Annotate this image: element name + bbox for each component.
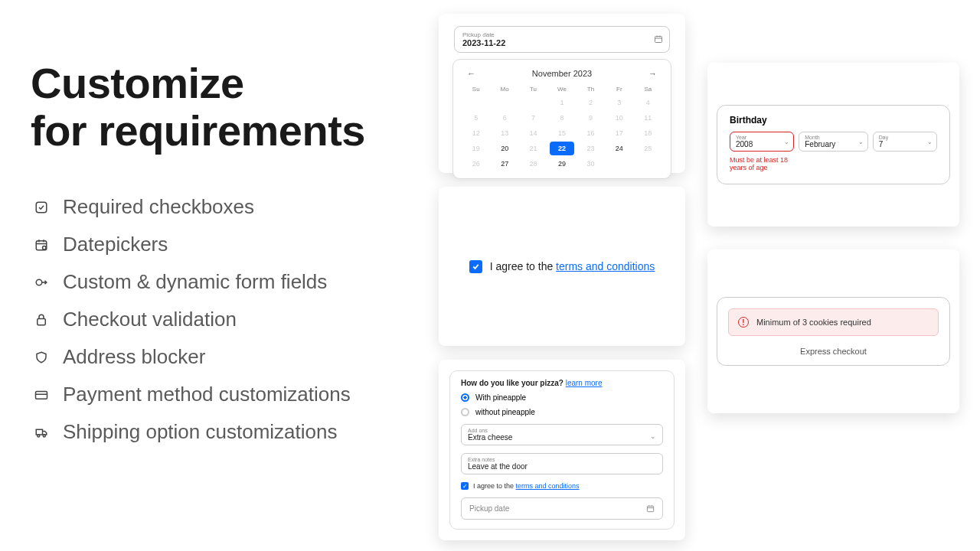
calendar-day[interactable]: 28: [521, 157, 545, 171]
calendar-day: [464, 96, 488, 109]
calendar-day[interactable]: 27: [492, 157, 516, 171]
month-label: November 2023: [532, 69, 592, 78]
month-select[interactable]: Month February ⌄: [799, 132, 867, 152]
chevron-down-icon: ⌄: [858, 139, 864, 145]
feature-item-datepickers: Datepickers: [34, 233, 351, 256]
datepicker-popup: ← November 2023 → SuMoTuWeThFrSa12345678…: [452, 59, 671, 179]
calendar-day[interactable]: 29: [550, 157, 573, 171]
dow-label: Su: [464, 84, 488, 94]
dow-label: Tu: [521, 84, 545, 94]
terms-link[interactable]: terms and conditions: [556, 260, 655, 272]
pickup-date-input[interactable]: Pickup date 2023-11-22: [454, 26, 670, 53]
radio-icon: [461, 408, 469, 416]
svg-rect-5: [36, 391, 47, 399]
page-title: Customize for requirements: [31, 60, 365, 154]
lock-icon: [34, 312, 49, 328]
pizza-question: How do you like your pizza? learn more: [461, 379, 663, 387]
pickup-date-value: 2023-11-22: [462, 38, 662, 47]
feature-item-checkboxes: Required checkboxes: [34, 195, 351, 219]
calendar-day[interactable]: 4: [636, 96, 660, 109]
calendar-day[interactable]: 15: [550, 126, 573, 140]
radio-without-pineapple[interactable]: without pineapple: [461, 408, 663, 416]
next-month-button[interactable]: →: [645, 67, 660, 80]
dow-label: Mo: [492, 84, 516, 94]
heading-line-2: for requirements: [31, 106, 365, 155]
svg-point-3: [36, 279, 42, 285]
feature-item-address: Address blocker: [34, 345, 351, 369]
calendar-day[interactable]: 14: [521, 126, 545, 140]
shield-icon: [34, 350, 49, 365]
day-select[interactable]: Day 7 ⌄: [873, 132, 937, 152]
calendar-day[interactable]: 16: [579, 126, 603, 140]
form-icon: [34, 275, 49, 290]
calendar-day[interactable]: 18: [636, 126, 660, 140]
terms-card: I agree to the terms and conditions: [439, 187, 685, 346]
birthday-error: Must be at least 18 years of age: [730, 156, 802, 171]
svg-rect-4: [38, 318, 46, 324]
calendar-day[interactable]: 17: [607, 126, 631, 140]
checkbox-icon: [34, 200, 49, 215]
notes-input[interactable]: Extra notes Leave at the door: [461, 453, 663, 474]
datepicker-card: Pickup date 2023-11-22 ← November 2023 →…: [439, 14, 685, 173]
calendar-day[interactable]: 1: [550, 96, 573, 109]
heading-line-1: Customize: [31, 59, 244, 107]
calendar-day[interactable]: 25: [636, 142, 660, 155]
pizza-terms-link[interactable]: terms and conditions: [516, 482, 580, 490]
radio-icon: [461, 393, 469, 402]
calendar-day[interactable]: 9: [579, 111, 603, 125]
svg-rect-9: [647, 506, 653, 511]
calendar-grid: SuMoTuWeThFrSa12345678910111213141516171…: [464, 84, 660, 171]
calendar-icon: [654, 34, 663, 44]
calendar-day[interactable]: 11: [636, 111, 660, 125]
card-icon: [34, 387, 49, 403]
calendar-day: [521, 96, 545, 109]
calendar-day[interactable]: 2: [579, 96, 603, 109]
birthday-card: Birthday Year 2008 ⌄ Month February ⌄ Da…: [707, 63, 959, 227]
calendar-day[interactable]: 23: [579, 142, 603, 155]
feature-list: Required checkboxes Datepickers Custom &…: [34, 195, 351, 458]
chevron-down-icon: ⌄: [650, 432, 656, 440]
svg-point-6: [38, 435, 40, 437]
calendar-day[interactable]: 5: [464, 111, 488, 125]
express-checkout-label: Express checkout: [728, 347, 939, 356]
calendar-icon: [34, 237, 49, 253]
pizza-terms-checkbox[interactable]: ✓: [461, 482, 469, 490]
terms-checkbox[interactable]: [469, 260, 482, 273]
dow-label: Sa: [636, 84, 660, 94]
feature-item-payment: Payment method customizations: [34, 383, 351, 406]
calendar-day[interactable]: 19: [464, 142, 488, 155]
calendar-day[interactable]: 30: [579, 157, 603, 171]
dow-label: Th: [579, 84, 603, 94]
calendar-day[interactable]: 20: [492, 142, 516, 155]
svg-point-7: [43, 435, 45, 437]
error-alert: ! Minimum of 3 cookies required: [728, 308, 939, 336]
chevron-down-icon: ⌄: [784, 139, 789, 145]
calendar-day[interactable]: 7: [521, 111, 545, 125]
calendar-day[interactable]: 8: [550, 111, 573, 125]
calendar-day: [492, 96, 516, 109]
pickup-date-label: Pickup date: [462, 31, 662, 38]
calendar-day[interactable]: 24: [607, 142, 631, 155]
year-select[interactable]: Year 2008 ⌄: [730, 132, 794, 152]
calendar-day[interactable]: 12: [464, 126, 488, 140]
addons-select[interactable]: Add ons Extra cheese ⌄: [461, 424, 663, 445]
radio-with-pineapple[interactable]: With pineapple: [461, 393, 663, 402]
dow-label: Fr: [607, 84, 631, 94]
prev-month-button[interactable]: ←: [464, 67, 479, 80]
calendar-day[interactable]: 13: [492, 126, 516, 140]
calendar-day[interactable]: 26: [464, 157, 488, 171]
calendar-day[interactable]: 10: [607, 111, 631, 125]
feature-item-custom-fields: Custom & dynamic form fields: [34, 270, 351, 294]
svg-rect-8: [655, 37, 662, 43]
pickup-date-field[interactable]: Pickup date: [461, 497, 663, 520]
calendar-day[interactable]: 22: [550, 142, 573, 155]
cookies-card: ! Minimum of 3 cookies required Express …: [707, 249, 959, 413]
calendar-day[interactable]: 21: [521, 142, 545, 155]
calendar-day[interactable]: 3: [607, 96, 631, 109]
svg-point-2: [43, 246, 47, 249]
alert-icon: !: [738, 317, 749, 328]
learn-more-link[interactable]: learn more: [566, 379, 603, 387]
calendar-day[interactable]: 6: [492, 111, 516, 125]
truck-icon: [34, 425, 49, 440]
feature-item-shipping: Shipping option customizations: [34, 420, 351, 444]
